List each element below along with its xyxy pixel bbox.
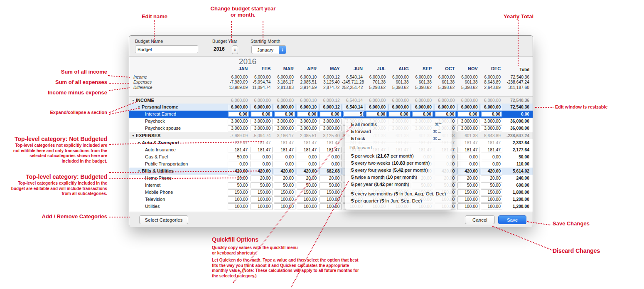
quickfill-item-5-back[interactable]: 5 back⌘← <box>351 135 447 142</box>
cell-expenses-dec[interactable]: 8,643.89 <box>480 132 503 139</box>
budget-name-input[interactable] <box>135 45 198 53</box>
cell-income-oct[interactable]: 6,000.00 <box>434 97 457 104</box>
budget-row-paycheck-spouse[interactable]: Paycheck spouse3,000.003,000.003,000.003… <box>129 125 533 132</box>
cell-personal-income-nov[interactable]: 6,000.00 <box>457 104 479 110</box>
cell-interest-earned-nov[interactable]: 0.00 <box>457 111 479 117</box>
cell-expenses-may[interactable]: 3,125.40 <box>319 132 342 139</box>
cell-interest-earned-apr[interactable]: 0.00 <box>297 111 318 117</box>
cell-personal-income-may[interactable]: 6,000.12 <box>320 104 341 110</box>
quickfill-item-5-per-year-0-42-per-month[interactable]: 5 per year (0.42 per month) <box>351 181 447 188</box>
cell-income-apr[interactable]: 6,000.10 <box>296 97 319 104</box>
cancel-button[interactable]: Cancel <box>465 215 495 224</box>
cell-home-phone-may[interactable]: 20.00 <box>320 175 341 181</box>
cell-mobile-phone-nov[interactable]: 150.00 <box>457 189 479 195</box>
cell-income-may[interactable]: 6,000.12 <box>319 97 342 104</box>
cell-paycheck-jan[interactable]: 3,000.00 <box>228 118 249 124</box>
cell-public-transportation-jan[interactable]: 0.00 <box>228 161 249 167</box>
cell-personal-income-aug[interactable]: 6,000.00 <box>388 104 410 110</box>
cell-public-transportation-apr[interactable]: 0.00 <box>297 161 318 167</box>
cell-bills-utilities-nov[interactable]: 420.00 <box>457 168 479 174</box>
cell-public-transportation-feb[interactable]: 0.00 <box>251 161 272 167</box>
cell-auto-insurance-feb[interactable]: 181.47 <box>251 147 272 153</box>
save-button[interactable]: Save <box>498 215 526 224</box>
cell-television-apr[interactable]: 100.00 <box>297 196 318 203</box>
cell-internet-may[interactable]: 50.00 <box>320 182 341 188</box>
disclosure-triangle-icon[interactable]: ▼ <box>138 168 140 175</box>
cell-utilities-jan[interactable]: 100.00 <box>228 203 249 210</box>
cell-gas-fuel-feb[interactable]: 0.00 <box>251 154 272 160</box>
starting-month-dropdown[interactable]: January ▲▼ <box>251 45 286 54</box>
cell-gas-fuel-jan[interactable]: 50.00 <box>228 154 249 160</box>
cell-income-mar[interactable]: 6,000.00 <box>273 97 296 104</box>
cell-interest-earned-feb[interactable]: 0.00 <box>251 111 272 117</box>
cell-interest-earned-oct[interactable]: 0.00 <box>435 111 456 117</box>
cell-personal-income-dec[interactable]: 6,000.00 <box>481 104 502 110</box>
cell-income-jun[interactable]: 6,540.14 <box>342 97 365 104</box>
cell-paycheck-spouse-may[interactable]: 3,000.00 <box>320 125 341 131</box>
cell-internet-dec[interactable]: 50.00 <box>481 182 502 188</box>
cell-personal-income-sep[interactable]: 6,000.00 <box>412 104 433 110</box>
cell-income-aug[interactable]: 6,000.00 <box>388 97 410 104</box>
cell-paycheck-feb[interactable]: 3,000.00 <box>251 118 272 124</box>
cell-internet-jan[interactable]: 50.00 <box>228 182 249 188</box>
cell-personal-income-feb[interactable]: 6,000.00 <box>251 104 272 110</box>
cell-auto-insurance-jan[interactable]: 181.47 <box>228 147 249 153</box>
cell-income-sep[interactable]: 6,000.00 <box>411 97 434 104</box>
budget-row-television[interactable]: Television100.00100.00100.00100.00100.00… <box>129 196 533 203</box>
cell-paycheck-mar[interactable]: 3,000.00 <box>274 118 295 124</box>
cell-auto-transport-nov[interactable]: 181.47 <box>457 139 479 146</box>
cell-income-feb[interactable]: 6,000.00 <box>250 97 273 104</box>
quickfill-item-5-all-months[interactable]: 5 all months⌘= <box>351 121 447 128</box>
cell-personal-income-jan[interactable]: 6,000.00 <box>228 104 249 110</box>
cell-internet-nov[interactable]: 50.00 <box>457 182 479 188</box>
cell-personal-income-jul[interactable]: 6,000.00 <box>366 104 387 110</box>
cell-utilities-feb[interactable]: 100.00 <box>251 203 272 210</box>
quickfill-item-5-every-two-months-5-in-jun-aug-oct-dec[interactable]: 5 every two months (5 in Jun, Aug, Oct, … <box>351 190 447 197</box>
cell-personal-income-apr[interactable]: 6,000.10 <box>297 104 318 110</box>
quickfill-item-5-forward[interactable]: 5 forward⌘→ <box>351 128 447 135</box>
cell-gas-fuel-may[interactable]: 0.00 <box>320 154 341 160</box>
cell-home-phone-mar[interactable]: 20.00 <box>274 175 295 181</box>
cell-auto-insurance-dec[interactable]: 181.47 <box>481 147 502 153</box>
cell-auto-insurance-mar[interactable]: 181.47 <box>274 147 295 153</box>
cell-gas-fuel-apr[interactable]: 0.00 <box>297 154 318 160</box>
quickfill-item-5-every-four-weeks-5-42-per-month[interactable]: 5 every four weeks (5.42 per month) <box>351 167 447 173</box>
cell-auto-transport-dec[interactable]: 181.47 <box>480 139 503 146</box>
cell-paycheck-dec[interactable]: 3,000.00 <box>481 118 502 124</box>
cell-expenses-feb[interactable]: -5,094.74 <box>250 132 273 139</box>
quickfill-item-5-every-two-weeks-10-83-per-month[interactable]: 5 every two weeks (10.83 per month) <box>351 160 447 166</box>
cell-personal-income-mar[interactable]: 6,000.00 <box>274 104 295 110</box>
cell-bills-utilities-dec[interactable]: 420.00 <box>481 168 502 174</box>
cell-television-feb[interactable]: 100.00 <box>251 196 272 203</box>
quickfill-item-5-per-quarter-5-in-jun-sep-dec[interactable]: 5 per quarter (5 in Jun, Sep, Dec) <box>351 198 447 204</box>
cell-home-phone-nov[interactable]: 20.00 <box>457 175 479 181</box>
quickfill-item-5-twice-a-month-10-per-month[interactable]: 5 twice a month (10 per month) <box>351 174 447 180</box>
cell-utilities-may[interactable]: 100.00 <box>320 203 341 210</box>
cell-paycheck-spouse-feb[interactable]: 3,000.00 <box>251 125 272 131</box>
cell-utilities-nov[interactable]: 100.00 <box>457 203 479 210</box>
budget-row-interest-earned[interactable]: Interest Earned0.000.000.000.000.0050.00… <box>129 111 533 118</box>
cell-television-nov[interactable]: 100.00 <box>457 196 479 203</box>
budget-row-personal-income[interactable]: ▼Personal Income6,000.006,000.006,000.00… <box>129 104 533 111</box>
cell-television-jan[interactable]: 100.00 <box>228 196 249 203</box>
cell-public-transportation-dec[interactable]: 0.00 <box>481 161 502 167</box>
cell-paycheck-may[interactable]: 3,000.00 <box>320 118 341 124</box>
cell-interest-earned-mar[interactable]: 0.00 <box>274 111 295 117</box>
cell-personal-income-jun[interactable]: 6,540.14 <box>343 104 364 110</box>
cell-bills-utilities-mar[interactable]: 420.00 <box>274 168 295 174</box>
cell-mobile-phone-jan[interactable]: 150.00 <box>228 189 249 195</box>
select-categories-button[interactable]: Select Categories <box>139 215 188 224</box>
cell-gas-fuel-mar[interactable]: 0.00 <box>274 154 295 160</box>
cell-utilities-apr[interactable]: 100.00 <box>297 203 318 210</box>
cell-income-dec[interactable]: 6,000.00 <box>480 97 503 104</box>
cell-mobile-phone-may[interactable]: 150.00 <box>320 189 341 195</box>
cell-auto-transport-feb[interactable]: 181.47 <box>250 139 273 146</box>
cell-television-mar[interactable]: 100.00 <box>274 196 295 203</box>
cell-utilities-dec[interactable]: 100.00 <box>481 203 502 210</box>
budget-row-gas-fuel[interactable]: Gas & Fuel50.000.000.000.000.000.000.000… <box>129 153 533 161</box>
budget-row-paycheck[interactable]: Paycheck3,000.003,000.003,000.003,000.00… <box>129 118 533 125</box>
cell-television-dec[interactable]: 100.00 <box>481 196 502 203</box>
cell-paycheck-apr[interactable]: 3,000.00 <box>297 118 318 124</box>
cell-auto-transport-apr[interactable]: 181.47 <box>296 139 319 146</box>
budget-row-public-transportation[interactable]: Public Transportation0.000.000.000.000.0… <box>129 161 533 168</box>
